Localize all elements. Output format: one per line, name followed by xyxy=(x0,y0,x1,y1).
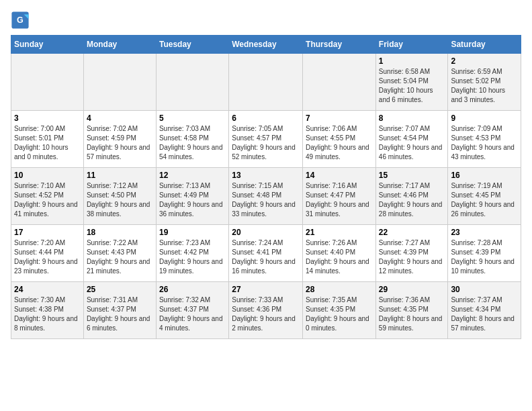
day-info: Sunrise: 7:22 AM Sunset: 4:43 PM Dayligh… xyxy=(87,238,153,276)
day-info: Sunrise: 7:23 AM Sunset: 4:42 PM Dayligh… xyxy=(159,238,226,276)
calendar-week-row: 17Sunrise: 7:20 AM Sunset: 4:44 PM Dayli… xyxy=(11,225,521,282)
day-number: 13 xyxy=(232,171,300,180)
day-info: Sunrise: 7:16 AM Sunset: 4:47 PM Dayligh… xyxy=(306,181,373,219)
column-header-wednesday: Wednesday xyxy=(229,36,303,54)
day-number: 21 xyxy=(306,228,373,237)
day-number: 16 xyxy=(451,171,518,180)
calendar-week-row: 1Sunrise: 6:58 AM Sunset: 5:04 PM Daylig… xyxy=(11,54,521,111)
day-info: Sunrise: 7:05 AM Sunset: 4:57 PM Dayligh… xyxy=(232,124,300,162)
calendar-cell: 10Sunrise: 7:10 AM Sunset: 4:52 PM Dayli… xyxy=(11,168,84,225)
day-info: Sunrise: 7:02 AM Sunset: 4:59 PM Dayligh… xyxy=(87,124,153,162)
day-number: 6 xyxy=(232,113,300,123)
day-number: 3 xyxy=(14,113,81,123)
day-info: Sunrise: 7:36 AM Sunset: 4:35 PM Dayligh… xyxy=(379,295,445,333)
svg-text:G: G xyxy=(17,15,24,25)
calendar-cell: 9Sunrise: 7:09 AM Sunset: 4:53 PM Daylig… xyxy=(448,111,521,168)
calendar-cell: 13Sunrise: 7:15 AM Sunset: 4:48 PM Dayli… xyxy=(229,168,303,225)
calendar-cell: 22Sunrise: 7:27 AM Sunset: 4:39 PM Dayli… xyxy=(375,225,448,282)
day-info: Sunrise: 7:12 AM Sunset: 4:50 PM Dayligh… xyxy=(87,181,153,219)
day-number: 12 xyxy=(159,171,226,180)
calendar-cell xyxy=(11,54,84,111)
calendar-cell: 20Sunrise: 7:24 AM Sunset: 4:41 PM Dayli… xyxy=(229,225,303,282)
day-number: 8 xyxy=(379,113,445,123)
day-number: 26 xyxy=(159,285,226,294)
calendar-cell: 8Sunrise: 7:07 AM Sunset: 4:54 PM Daylig… xyxy=(375,111,448,168)
day-info: Sunrise: 7:37 AM Sunset: 4:34 PM Dayligh… xyxy=(451,295,518,333)
calendar-cell: 5Sunrise: 7:03 AM Sunset: 4:58 PM Daylig… xyxy=(156,111,228,168)
day-info: Sunrise: 7:06 AM Sunset: 4:55 PM Dayligh… xyxy=(306,124,373,162)
day-info: Sunrise: 7:20 AM Sunset: 4:44 PM Dayligh… xyxy=(14,238,81,276)
page-header: G xyxy=(11,11,521,30)
day-number: 10 xyxy=(14,171,81,180)
day-info: Sunrise: 7:19 AM Sunset: 4:45 PM Dayligh… xyxy=(451,181,518,219)
logo-icon: G xyxy=(11,11,30,30)
day-number: 14 xyxy=(306,171,373,180)
day-number: 22 xyxy=(379,228,445,237)
day-number: 4 xyxy=(87,113,153,123)
calendar-cell xyxy=(229,54,303,111)
day-info: Sunrise: 7:15 AM Sunset: 4:48 PM Dayligh… xyxy=(232,181,300,219)
calendar-cell: 17Sunrise: 7:20 AM Sunset: 4:44 PM Dayli… xyxy=(11,225,84,282)
calendar-cell: 21Sunrise: 7:26 AM Sunset: 4:40 PM Dayli… xyxy=(303,225,376,282)
day-number: 29 xyxy=(379,285,445,294)
day-info: Sunrise: 7:17 AM Sunset: 4:46 PM Dayligh… xyxy=(379,181,445,219)
column-header-friday: Friday xyxy=(375,36,448,54)
day-number: 17 xyxy=(14,228,81,237)
day-info: Sunrise: 7:07 AM Sunset: 4:54 PM Dayligh… xyxy=(379,124,445,162)
day-info: Sunrise: 7:00 AM Sunset: 5:01 PM Dayligh… xyxy=(14,124,81,162)
calendar-table: SundayMondayTuesdayWednesdayThursdayFrid… xyxy=(11,35,521,339)
calendar-cell: 12Sunrise: 7:13 AM Sunset: 4:49 PM Dayli… xyxy=(156,168,228,225)
day-info: Sunrise: 7:27 AM Sunset: 4:39 PM Dayligh… xyxy=(379,238,445,276)
calendar-cell: 7Sunrise: 7:06 AM Sunset: 4:55 PM Daylig… xyxy=(303,111,376,168)
day-number: 5 xyxy=(159,113,226,123)
day-number: 2 xyxy=(451,56,518,66)
calendar-cell: 25Sunrise: 7:31 AM Sunset: 4:37 PM Dayli… xyxy=(83,282,156,339)
day-info: Sunrise: 7:26 AM Sunset: 4:40 PM Dayligh… xyxy=(306,238,373,276)
column-header-saturday: Saturday xyxy=(448,36,521,54)
day-info: Sunrise: 7:30 AM Sunset: 4:38 PM Dayligh… xyxy=(14,295,81,333)
calendar-cell: 1Sunrise: 6:58 AM Sunset: 5:04 PM Daylig… xyxy=(375,54,448,111)
calendar-week-row: 24Sunrise: 7:30 AM Sunset: 4:38 PM Dayli… xyxy=(11,282,521,339)
day-info: Sunrise: 7:24 AM Sunset: 4:41 PM Dayligh… xyxy=(232,238,300,276)
day-number: 19 xyxy=(159,228,226,237)
day-number: 18 xyxy=(87,228,153,237)
day-info: Sunrise: 6:58 AM Sunset: 5:04 PM Dayligh… xyxy=(379,67,445,105)
calendar-cell: 6Sunrise: 7:05 AM Sunset: 4:57 PM Daylig… xyxy=(229,111,303,168)
column-header-monday: Monday xyxy=(83,36,156,54)
day-number: 28 xyxy=(306,285,373,294)
day-number: 23 xyxy=(451,228,518,237)
calendar-week-row: 3Sunrise: 7:00 AM Sunset: 5:01 PM Daylig… xyxy=(11,111,521,168)
day-info: Sunrise: 7:03 AM Sunset: 4:58 PM Dayligh… xyxy=(159,124,226,162)
calendar-cell: 23Sunrise: 7:28 AM Sunset: 4:39 PM Dayli… xyxy=(448,225,521,282)
calendar-cell: 11Sunrise: 7:12 AM Sunset: 4:50 PM Dayli… xyxy=(83,168,156,225)
column-header-thursday: Thursday xyxy=(303,36,376,54)
calendar-cell: 18Sunrise: 7:22 AM Sunset: 4:43 PM Dayli… xyxy=(83,225,156,282)
calendar-cell: 28Sunrise: 7:35 AM Sunset: 4:35 PM Dayli… xyxy=(303,282,376,339)
day-info: Sunrise: 6:59 AM Sunset: 5:02 PM Dayligh… xyxy=(451,67,518,105)
day-number: 11 xyxy=(87,171,153,180)
calendar-cell: 26Sunrise: 7:32 AM Sunset: 4:37 PM Dayli… xyxy=(156,282,228,339)
calendar-cell xyxy=(303,54,376,111)
day-info: Sunrise: 7:33 AM Sunset: 4:36 PM Dayligh… xyxy=(232,295,300,333)
calendar-cell xyxy=(83,54,156,111)
calendar-cell: 30Sunrise: 7:37 AM Sunset: 4:34 PM Dayli… xyxy=(448,282,521,339)
day-number: 1 xyxy=(379,56,445,66)
logo: G xyxy=(11,11,32,30)
calendar-cell: 27Sunrise: 7:33 AM Sunset: 4:36 PM Dayli… xyxy=(229,282,303,339)
calendar-cell: 19Sunrise: 7:23 AM Sunset: 4:42 PM Dayli… xyxy=(156,225,228,282)
day-number: 7 xyxy=(306,113,373,123)
calendar-cell: 4Sunrise: 7:02 AM Sunset: 4:59 PM Daylig… xyxy=(83,111,156,168)
day-number: 30 xyxy=(451,285,518,294)
day-info: Sunrise: 7:09 AM Sunset: 4:53 PM Dayligh… xyxy=(451,124,518,162)
calendar-cell: 14Sunrise: 7:16 AM Sunset: 4:47 PM Dayli… xyxy=(303,168,376,225)
calendar-cell: 3Sunrise: 7:00 AM Sunset: 5:01 PM Daylig… xyxy=(11,111,84,168)
day-number: 15 xyxy=(379,171,445,180)
calendar-cell: 29Sunrise: 7:36 AM Sunset: 4:35 PM Dayli… xyxy=(375,282,448,339)
calendar-cell: 2Sunrise: 6:59 AM Sunset: 5:02 PM Daylig… xyxy=(448,54,521,111)
calendar-cell: 16Sunrise: 7:19 AM Sunset: 4:45 PM Dayli… xyxy=(448,168,521,225)
column-header-sunday: Sunday xyxy=(11,36,84,54)
calendar-cell: 24Sunrise: 7:30 AM Sunset: 4:38 PM Dayli… xyxy=(11,282,84,339)
column-header-tuesday: Tuesday xyxy=(156,36,228,54)
day-info: Sunrise: 7:31 AM Sunset: 4:37 PM Dayligh… xyxy=(87,295,153,333)
day-info: Sunrise: 7:35 AM Sunset: 4:35 PM Dayligh… xyxy=(306,295,373,333)
